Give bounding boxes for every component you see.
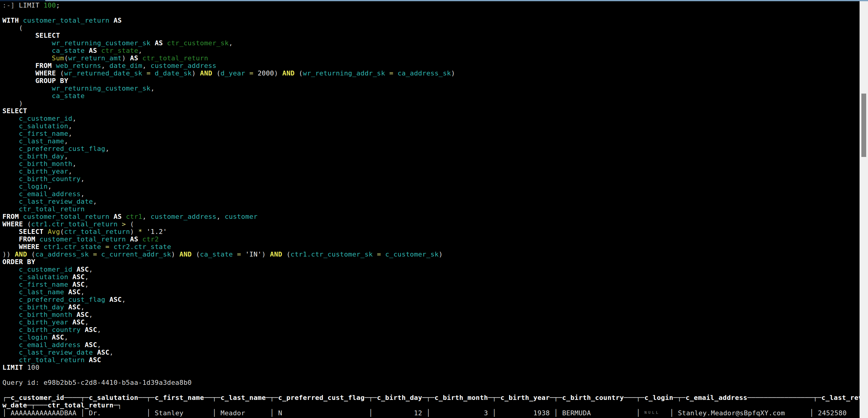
token-kw: ASC — [72, 273, 85, 281]
token-plain: ) — [122, 54, 130, 62]
terminal-line: Query id: e98b2bb5-c2d8-4410-b5aa-1d39a3… — [2, 379, 860, 386]
token-plain: , — [85, 319, 89, 326]
token-plain — [2, 281, 19, 288]
token-plain — [2, 205, 19, 213]
terminal-output: :-] LIMIT 100; WITH customer_total_retur… — [2, 1, 860, 418]
token-id: ca_state — [52, 47, 85, 54]
token-plain: , — [64, 152, 68, 160]
token-plain — [2, 69, 35, 77]
token-th: c_last_name — [220, 394, 266, 401]
token-id: c_birth_month — [19, 311, 72, 319]
token-plain — [101, 243, 105, 250]
terminal-line: c_customer_id, — [2, 115, 860, 122]
token-plain: ( — [212, 69, 220, 77]
terminal-line: c_login ASC, — [2, 333, 860, 341]
token-kw: GROUP BY — [35, 77, 68, 85]
terminal-line: c_salutation, — [2, 122, 860, 130]
token-plain: ) — [451, 69, 456, 77]
token-op: = — [93, 250, 97, 258]
token-plain: Query id: e98b2bb5-c2d8-4410-b5aa-1d39a3… — [2, 379, 192, 386]
terminal-line: c_preferred_cust_flag ASC, — [2, 296, 860, 303]
token-kw: AS — [155, 39, 163, 47]
token-plain — [97, 250, 101, 258]
token-plain — [43, 228, 48, 235]
token-id: c_birth_month — [19, 160, 72, 168]
terminal-line: WHERE (wr_returned_date_sk = d_date_sk) … — [2, 69, 860, 77]
token-plain — [19, 17, 23, 24]
token-op: = — [390, 69, 394, 77]
token-plain: ) — [439, 250, 443, 258]
token-border: ─┬─ — [266, 394, 278, 401]
token-al: ctr_customer_sk — [167, 39, 229, 47]
token-plain — [393, 69, 398, 77]
token-id: c_email_address — [19, 190, 81, 198]
token-plain — [89, 250, 93, 258]
token-th: c_login — [645, 394, 674, 401]
token-id: c_customer_id — [19, 115, 72, 122]
token-plain: 1938 — [496, 409, 554, 417]
token-fn: Avg — [48, 228, 60, 235]
token-plain — [2, 198, 19, 205]
token-border: ─┬─ — [550, 394, 562, 401]
token-plain — [138, 235, 142, 243]
terminal-line: WHERE (ctr1.ctr_total_return > ( — [2, 220, 860, 228]
terminal-line: LIMIT 100 — [2, 364, 860, 371]
token-id: wr_returning_addr_sk — [303, 69, 385, 77]
token-plain: , — [138, 47, 142, 54]
token-plain — [2, 273, 19, 281]
token-plain: ; — [56, 1, 60, 9]
scrollbar-thumb[interactable] — [861, 94, 866, 157]
token-plain: , — [68, 122, 72, 130]
token-kw: ASC — [68, 303, 81, 311]
terminal-line: FROM customer_total_return AS ctr2 — [2, 235, 860, 243]
token-plain — [2, 137, 19, 145]
token-fn: Sum — [52, 54, 64, 62]
token-plain: , — [105, 145, 110, 152]
token-kw: ASC — [89, 356, 101, 364]
token-plain: ) — [2, 99, 23, 107]
token-id: ctr1.ctr_total_return — [31, 220, 118, 228]
token-kw: ASC — [85, 326, 97, 333]
token-id: ca_address_sk — [398, 69, 451, 77]
token-kw: ASC — [110, 296, 122, 303]
scrollbar-track[interactable] — [860, 1, 868, 418]
terminal-line: WITH customer_total_return AS — [2, 17, 860, 24]
token-kw: AS — [114, 213, 122, 220]
token-plain — [2, 319, 19, 326]
window-top-border — [0, 0, 868, 1]
token-border: ┌─ — [2, 394, 10, 401]
token-kw: ORDER BY — [2, 258, 35, 266]
token-border: │ — [369, 409, 373, 417]
terminal-line — [2, 386, 860, 394]
token-plain — [2, 160, 19, 168]
token-border: │ — [670, 409, 674, 417]
token-and: AND — [282, 69, 294, 77]
token-id: c_birth_country — [19, 175, 81, 183]
token-and: AND — [180, 250, 192, 258]
token-plain: ( — [282, 250, 290, 258]
token-plain: ( — [56, 69, 64, 77]
token-id: customer_address — [151, 213, 216, 220]
token-plain: , — [97, 341, 101, 349]
token-kw: SELECT — [2, 107, 27, 115]
token-plain — [64, 288, 68, 296]
token-id: c_birth_country — [19, 326, 81, 333]
token-id: c_salutation — [19, 122, 68, 130]
token-id: c_last_review_date — [19, 349, 93, 356]
token-th: c_last_revie — [822, 394, 860, 401]
token-id: date_dim — [110, 62, 142, 69]
token-id: wr_returned_date_sk — [64, 69, 142, 77]
token-kw: FROM — [35, 62, 52, 69]
token-th: c_birth_year — [500, 394, 550, 401]
token-id: c_salutation — [19, 273, 68, 281]
terminal-line: SELECT Avg(ctr_total_return) * '1.2' — [2, 228, 860, 235]
token-plain: , — [97, 326, 101, 333]
token-plain: , — [142, 62, 151, 69]
token-plain: , — [89, 311, 93, 319]
token-border: ────┬─ — [64, 394, 89, 401]
token-kw: SELECT — [19, 228, 44, 235]
token-op: = — [237, 250, 241, 258]
terminal-line: c_email_address, — [2, 190, 860, 198]
terminal-line: c_first_name, — [2, 130, 860, 137]
token-plain — [2, 228, 19, 235]
